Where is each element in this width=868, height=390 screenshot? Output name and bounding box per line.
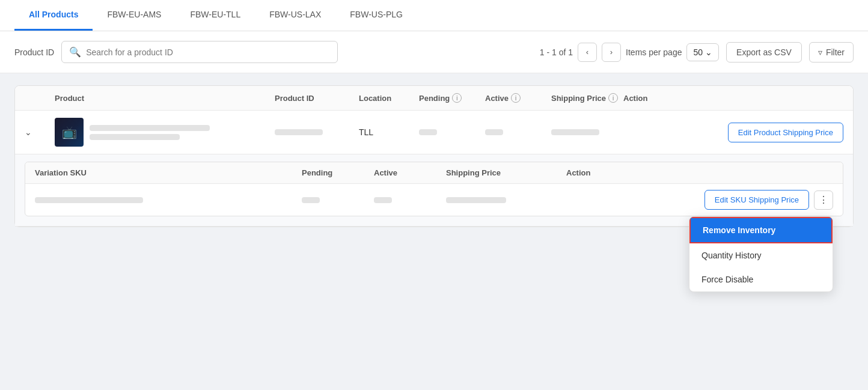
force-disable-item[interactable]: Force Disable — [689, 267, 833, 291]
variation-shipping-price-cell — [446, 197, 566, 203]
vth-shipping-price: Shipping Price — [446, 168, 566, 177]
items-per-page-value: 50 — [693, 47, 703, 57]
pending-cell — [419, 129, 485, 135]
toolbar: Product ID 🔍 1 - 1 of 1 ‹ › Items per pa… — [0, 31, 868, 73]
product-row: ⌄ 📺 TLL — [15, 111, 853, 154]
pagination-next-button[interactable]: › — [602, 43, 621, 62]
tab-fbw-eu-ams[interactable]: FBW-EU-AMS — [93, 0, 176, 31]
location-cell: TLL — [359, 127, 419, 137]
variation-table: Variation SKU Pending Active Shipping Pr… — [25, 162, 843, 216]
search-input[interactable] — [86, 47, 330, 57]
th-product-id: Product ID — [275, 94, 359, 103]
product-id-cell — [275, 129, 359, 135]
edit-sku-shipping-price-button[interactable]: Edit SKU Shipping Price — [704, 190, 809, 210]
product-name-blurred — [90, 125, 210, 140]
expand-chevron[interactable]: ⌄ — [25, 127, 55, 137]
products-table: Product Product ID Location Pending i Ac… — [14, 85, 854, 227]
tab-all-products[interactable]: All Products — [14, 0, 93, 31]
variation-row: Edit SKU Shipping Price ⋮ Remove Invento… — [25, 184, 843, 216]
active-info-icon[interactable]: i — [511, 93, 521, 103]
variation-sku-cell — [35, 197, 302, 203]
filter-label: Filter — [826, 47, 845, 57]
more-actions-button[interactable]: ⋮ — [814, 190, 833, 210]
shipping-price-info-icon[interactable]: i — [608, 93, 618, 103]
th-action: Action — [623, 94, 843, 103]
pagination-text: 1 - 1 of 1 — [540, 47, 573, 57]
th-pending: Pending i — [419, 93, 485, 103]
action-cell: Edit Product Shipping Price — [623, 123, 843, 142]
chevron-down-icon: ⌄ — [705, 47, 712, 57]
th-shipping-price: Shipping Price i — [551, 93, 623, 103]
filter-button[interactable]: ▿ Filter — [809, 42, 854, 62]
variation-action-cell: Edit SKU Shipping Price ⋮ Remove Invento… — [566, 190, 833, 210]
product-thumb-inner: 📺 — [55, 118, 84, 147]
app-container: All Products FBW-EU-AMS FBW-EU-TLL FBW-U… — [0, 0, 868, 390]
th-location: Location — [359, 94, 419, 103]
table-header: Product Product ID Location Pending i Ac… — [15, 86, 853, 111]
vth-pending: Pending — [302, 168, 374, 177]
search-icon: 🔍 — [69, 46, 81, 58]
search-box[interactable]: 🔍 — [61, 41, 338, 63]
shipping-price-cell — [551, 129, 623, 135]
tab-fbw-us-lax[interactable]: FBW-US-LAX — [255, 0, 335, 31]
vth-action: Action — [566, 168, 833, 177]
tabs-bar: All Products FBW-EU-AMS FBW-EU-TLL FBW-U… — [0, 0, 868, 31]
tab-fbw-eu-tll[interactable]: FBW-EU-TLL — [176, 0, 255, 31]
active-cell — [485, 129, 551, 135]
product-thumbnail: 📺 — [55, 118, 84, 147]
vth-sku: Variation SKU — [35, 168, 302, 177]
dropdown-menu: Remove Inventory Quantity History Force … — [689, 216, 833, 292]
variation-section: Variation SKU Pending Active Shipping Pr… — [15, 154, 853, 227]
variation-header: Variation SKU Pending Active Shipping Pr… — [25, 162, 843, 184]
th-active: Active i — [485, 93, 551, 103]
product-cell: 📺 — [55, 118, 275, 147]
remove-inventory-item[interactable]: Remove Inventory — [689, 217, 833, 243]
variation-pending-cell — [302, 197, 374, 203]
pagination: 1 - 1 of 1 ‹ › Items per page 50 ⌄ — [540, 43, 719, 62]
pending-info-icon[interactable]: i — [452, 93, 462, 103]
pagination-prev-button[interactable]: ‹ — [578, 43, 597, 62]
main-content: Product Product ID Location Pending i Ac… — [0, 73, 868, 239]
product-id-label: Product ID — [14, 47, 54, 57]
export-csv-button[interactable]: Export as CSV — [726, 42, 802, 62]
th-product: Product — [55, 94, 275, 103]
edit-product-shipping-price-button[interactable]: Edit Product Shipping Price — [728, 123, 843, 142]
items-per-page-label: Items per page — [626, 47, 682, 57]
filter-icon: ▿ — [818, 47, 822, 57]
items-per-page-select[interactable]: 50 ⌄ — [686, 43, 719, 61]
vth-active: Active — [374, 168, 446, 177]
variation-active-cell — [374, 197, 446, 203]
tab-fbw-us-plg[interactable]: FBW-US-PLG — [335, 0, 417, 31]
quantity-history-item[interactable]: Quantity History — [689, 243, 833, 267]
